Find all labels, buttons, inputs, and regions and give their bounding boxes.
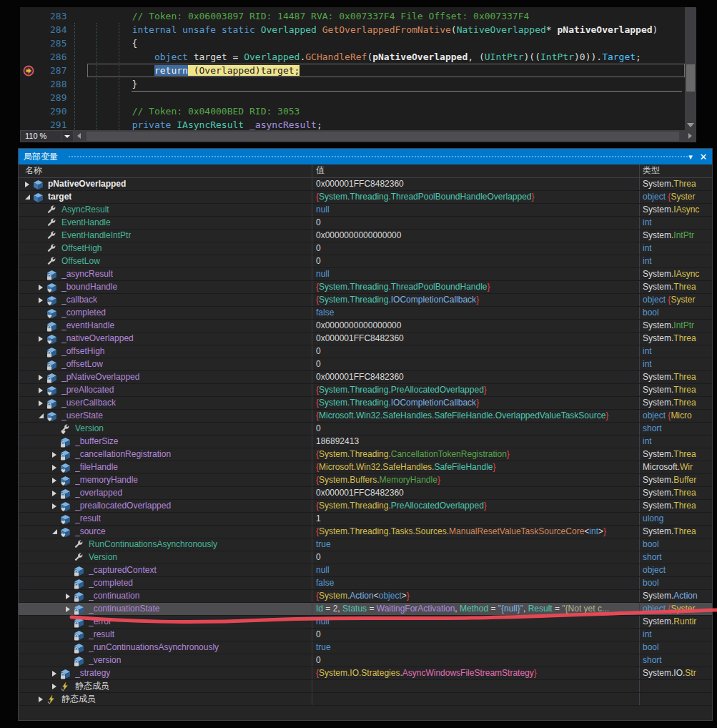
code-line[interactable]: 286 object target = Overlapped.GCHandleR… [20, 50, 685, 64]
code-line[interactable]: 288 } [20, 77, 685, 91]
locals-row-_asyncResult[interactable]: _asyncResultnullSystem.IAsync [19, 268, 712, 281]
locals-row-Version[interactable]: Version0short [19, 551, 712, 564]
locals-row-OffsetLow[interactable]: OffsetLow0int [19, 255, 712, 268]
vertical-scrollbar-thumb[interactable] [686, 64, 695, 92]
locals-row-OffsetHigh[interactable]: OffsetHigh0int [19, 242, 712, 255]
breakpoint-gutter[interactable] [20, 23, 37, 36]
locals-row-EventHandleIntPtr[interactable]: EventHandleIntPtr0x0000000000000000Syste… [19, 230, 712, 242]
locals-row-Version[interactable]: Version0short [19, 423, 712, 436]
locals-row-_error[interactable]: _errornullSystem.Runtir [19, 616, 712, 629]
column-header-name[interactable]: 名称 [19, 164, 312, 177]
value-cell[interactable]: 0 [312, 255, 639, 267]
expand-arrow-icon[interactable] [64, 606, 72, 612]
value-cell[interactable]: 0 [312, 345, 639, 358]
value-cell[interactable]: false [312, 577, 639, 589]
value-cell[interactable]: 0 [312, 217, 639, 229]
breakpoint-gutter[interactable] [20, 77, 37, 91]
value-cell[interactable]: {System.Threading.CancellationTokenRegis… [312, 448, 639, 461]
value-cell[interactable]: 0x0000000000000000 [312, 230, 639, 242]
value-cell[interactable]: 1 [312, 513, 639, 525]
code-text[interactable]: internal unsafe static Overlapped GetOve… [87, 23, 685, 36]
editor-horizontal-scrollbar[interactable] [74, 130, 696, 142]
value-cell[interactable]: null [312, 268, 639, 280]
breakpoint-gutter[interactable] [20, 9, 37, 23]
expand-arrow-icon[interactable] [50, 684, 59, 689]
breakpoint-gutter[interactable] [20, 91, 37, 104]
value-cell[interactable]: 0 [312, 629, 639, 641]
column-header-type[interactable]: 类型 [639, 164, 712, 177]
locals-row-_result[interactable]: _result1ulong [19, 513, 712, 526]
value-cell[interactable]: 0x000001FFC8482360 [312, 333, 639, 345]
value-cell[interactable]: 0x0000000000000000 [312, 320, 639, 332]
expand-arrow-icon[interactable] [36, 697, 45, 702]
locals-row-_strategy[interactable]: _strategy{System.IO.Strategies.AsyncWind… [19, 667, 712, 680]
zoom-dropdown-button[interactable] [61, 130, 74, 142]
value-cell[interactable]: {Microsoft.Win32.SafeHandles.SafeFileHan… [312, 461, 639, 473]
value-cell[interactable]: {System.Threading.ThreadPoolBoundHandle} [312, 281, 639, 293]
locals-row-_preallocatedOverlapped[interactable]: _preallocatedOverlapped{System.Threading… [19, 500, 712, 513]
locals-row-静态成员[interactable]: 静态成员 [19, 693, 712, 706]
value-cell[interactable] [312, 693, 639, 705]
value-cell[interactable]: Id = 2, Status = WaitingForActivation, M… [312, 603, 639, 615]
zoom-level-control[interactable]: 110 % [20, 130, 61, 142]
value-cell[interactable]: null [312, 204, 639, 216]
expand-arrow-icon[interactable] [23, 182, 31, 187]
expand-arrow-icon[interactable] [36, 388, 45, 393]
code-line[interactable]: 283 // Token: 0x06003897 RID: 14487 RVA:… [20, 9, 685, 23]
locals-row-_userCallback[interactable]: _userCallback{System.Threading.IOComplet… [19, 397, 712, 410]
value-cell[interactable]: null [312, 564, 639, 576]
code-line[interactable]: 290 // Token: 0x04000BED RID: 3053 [20, 104, 685, 118]
value-cell[interactable]: 0 [312, 551, 639, 564]
collapse-arrow-icon[interactable] [36, 413, 45, 418]
editor-vertical-scrollbar[interactable] [685, 7, 696, 130]
value-cell[interactable]: {System.Buffers.MemoryHandle} [312, 474, 639, 486]
locals-row-_overlapped[interactable]: _overlapped0x000001FFC8482360System.Thre… [19, 487, 712, 500]
value-cell[interactable]: 0 [312, 358, 639, 370]
expand-arrow-icon[interactable] [50, 478, 59, 483]
expand-arrow-icon[interactable] [36, 297, 45, 303]
locals-row-_offsetHigh[interactable]: _offsetHigh0int [19, 345, 712, 358]
value-cell[interactable]: {System.Threading.IOCompletionCallback} [312, 294, 639, 306]
value-cell[interactable]: {System.Threading.PreAllocatedOverlapped… [312, 384, 639, 396]
locals-titlebar[interactable]: 局部变量 ▾ ✕ [19, 149, 712, 164]
locals-row-_eventHandle[interactable]: _eventHandle0x0000000000000000System.Int… [19, 320, 712, 333]
locals-row-_bufferSize[interactable]: _bufferSize186892413int [19, 436, 712, 448]
locals-row-_boundHandle[interactable]: _boundHandle{System.Threading.ThreadPool… [19, 281, 712, 294]
value-cell[interactable]: 0x000001FFC8482360 [312, 371, 639, 383]
locals-row-_continuation[interactable]: _continuation{System.Action<object>}Syst… [19, 590, 712, 603]
value-cell[interactable]: {Microsoft.Win32.SafeHandles.SafeFileHan… [312, 410, 639, 422]
locals-row-EventHandle[interactable]: EventHandle0int [19, 217, 712, 230]
locals-row-target[interactable]: target{System.Threading.ThreadPoolBoundH… [19, 191, 712, 204]
code-line[interactable]: 285 { [20, 36, 685, 50]
scroll-left-arrow-icon[interactable] [77, 133, 81, 139]
expand-arrow-icon[interactable] [50, 491, 59, 496]
code-lines[interactable]: 283 // Token: 0x06003897 RID: 14487 RVA:… [20, 7, 685, 130]
scroll-down-arrow-icon[interactable] [687, 123, 694, 127]
code-text[interactable]: return (Overlapped)target; [87, 64, 685, 77]
close-icon[interactable]: ✕ [698, 149, 709, 164]
collapse-arrow-icon[interactable] [50, 529, 59, 534]
breakpoint-current-statement-icon[interactable] [20, 64, 37, 77]
value-cell[interactable]: {System.Threading.Tasks.Sources.ManualRe… [312, 526, 639, 538]
code-line[interactable]: 284 internal unsafe static Overlapped Ge… [20, 23, 685, 36]
expand-arrow-icon[interactable] [36, 336, 45, 342]
code-text[interactable]: // Token: 0x06003897 RID: 14487 RVA: 0x0… [87, 9, 685, 23]
locals-row-_preAllocated[interactable]: _preAllocated{System.Threading.PreAlloca… [19, 384, 712, 397]
locals-row-_callback[interactable]: _callback{System.Threading.IOCompletionC… [19, 294, 712, 307]
breakpoint-gutter[interactable] [20, 118, 37, 130]
column-header-value[interactable]: 值 [312, 164, 639, 177]
code-text[interactable]: } [87, 77, 685, 91]
code-line[interactable]: 291 private IAsyncResult _asyncResult; [20, 118, 685, 130]
locals-row-_version[interactable]: _version0short [19, 654, 712, 667]
locals-row-pNativeOverlapped[interactable]: pNativeOverlapped0x000001FFC8482360Syste… [19, 178, 712, 191]
value-cell[interactable]: false [312, 307, 639, 319]
value-cell[interactable]: {System.Threading.ThreadPoolBoundHandleO… [312, 191, 639, 203]
expand-arrow-icon[interactable] [36, 375, 45, 380]
value-cell[interactable]: {System.Threading.IOCompletionCallback} [312, 397, 639, 409]
expand-arrow-icon[interactable] [36, 400, 45, 406]
value-cell[interactable]: true [312, 538, 639, 551]
value-cell[interactable] [312, 680, 639, 692]
locals-row-_fileHandle[interactable]: _fileHandle{Microsoft.Win32.SafeHandles.… [19, 461, 712, 474]
locals-row-_nativeOverlapped[interactable]: _nativeOverlapped0x000001FFC8482360Syste… [19, 333, 712, 345]
locals-row-_source[interactable]: _source{System.Threading.Tasks.Sources.M… [19, 526, 712, 538]
